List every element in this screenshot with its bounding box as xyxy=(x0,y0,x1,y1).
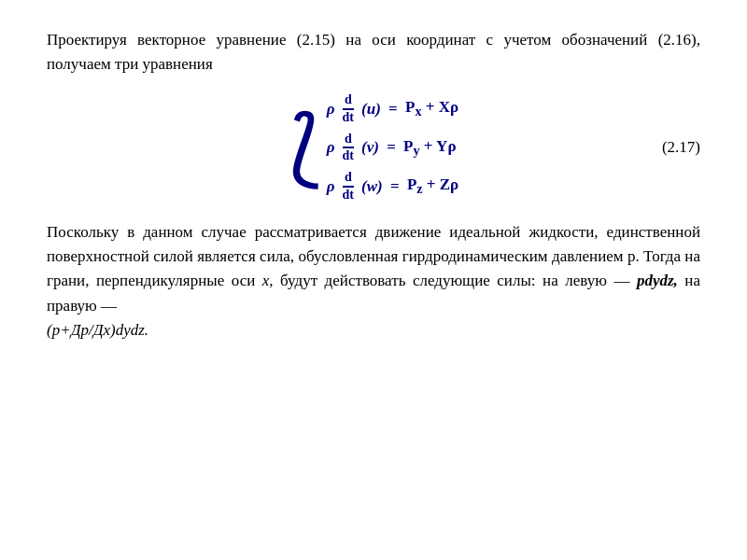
var-1: (u) xyxy=(361,100,381,119)
body-x: x, xyxy=(262,272,274,289)
body-formula: (p+Др/Дх)dydz. xyxy=(47,321,148,339)
equation-row-2: ρ d dt (v) = Py + Yρ xyxy=(327,132,458,165)
equation-row-1: ρ d dt (u) = Px + Xρ xyxy=(327,92,458,126)
intro-paragraph: Проектируя векторное уравнение (2.15) на… xyxy=(47,28,700,76)
eq-sign-2: = xyxy=(383,138,400,157)
var-3: (w) xyxy=(361,177,383,196)
body-paragraph: Поскольку в данном случае рассматриваетс… xyxy=(47,220,700,343)
body-pdydz: pdydz, xyxy=(637,272,678,289)
frac-den-2: dt xyxy=(341,148,356,164)
frac-2: d dt xyxy=(341,132,356,165)
frac-num-3: d xyxy=(343,170,354,188)
frac-den-3: dt xyxy=(341,188,356,203)
rhs-2: Py + Yρ xyxy=(403,137,456,159)
var-2: (v) xyxy=(361,138,379,157)
equations-block: ⟅ ρ d dt (u) = Px + Xρ ρ xyxy=(47,92,700,203)
rho-3: ρ xyxy=(327,177,335,196)
rhs-3: Pz + Zρ xyxy=(407,175,458,197)
equation-row-3: ρ d dt (w) = Pz + Zρ xyxy=(327,170,458,203)
page: Проектируя векторное уравнение (2.15) на… xyxy=(0,0,747,560)
equation-list: ρ d dt (u) = Px + Xρ ρ d dt xyxy=(327,92,458,203)
equation-number: (2.17) xyxy=(662,138,700,157)
frac-num-1: d xyxy=(343,92,354,110)
frac-3: d dt xyxy=(341,170,356,203)
eq-sign-1: = xyxy=(385,100,402,119)
frac-num-2: d xyxy=(343,132,354,149)
brace-container: ⟅ ρ d dt (u) = Px + Xρ ρ xyxy=(289,92,458,203)
eq-sign-3: = xyxy=(387,177,403,196)
intro-text: Проектируя векторное уравнение (2.15) на… xyxy=(47,31,700,73)
frac-den-1: dt xyxy=(341,110,356,126)
frac-1: d dt xyxy=(341,92,356,126)
rho-2: ρ xyxy=(327,138,335,157)
rhs-1: Px + Xρ xyxy=(405,98,458,119)
left-brace: ⟅ xyxy=(289,92,321,203)
rho-1: ρ xyxy=(327,100,335,119)
body-text-2: будут действовать следующие силы: на лев… xyxy=(280,272,629,289)
